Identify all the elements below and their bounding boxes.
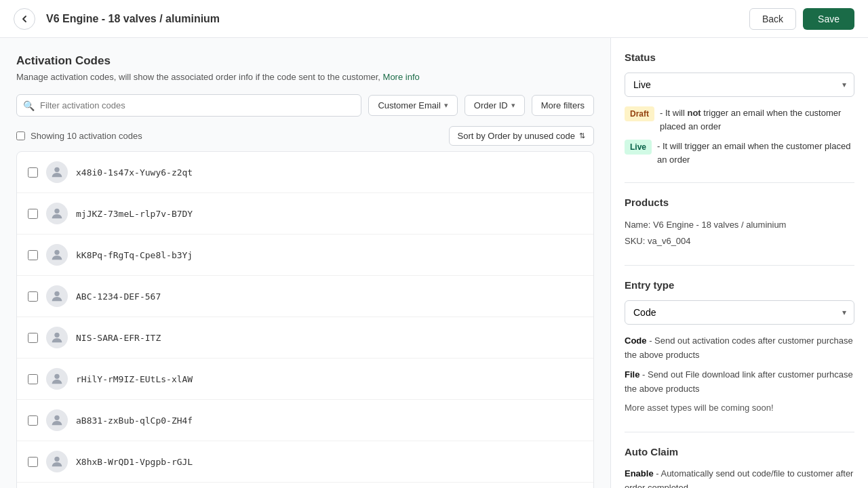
- code-list: x48i0-1s47x-Yuwy6-z2qt mjJKZ-73meL-rlp7v…: [16, 151, 594, 488]
- avatar: [46, 161, 68, 183]
- svg-point-6: [54, 415, 59, 420]
- code-checkbox[interactable]: [28, 457, 38, 467]
- status-select-wrap: Live Draft ▾: [625, 73, 854, 97]
- products-section: Products Name: V6 Engine - 18 valves / a…: [625, 197, 854, 249]
- svg-point-4: [54, 333, 59, 338]
- back-button[interactable]: Back: [749, 8, 796, 30]
- product-sku: SKU: va_v6_004: [625, 234, 854, 249]
- live-badge: Live: [625, 140, 652, 155]
- showing-label: Showing 10 activation codes: [16, 131, 142, 141]
- list-controls: Showing 10 activation codes Sort by Orde…: [16, 126, 594, 146]
- code-checkbox[interactable]: [28, 250, 38, 260]
- entry-type-select[interactable]: Code File: [625, 300, 854, 325]
- user-icon: [50, 330, 64, 345]
- product-name: Name: V6 Engine - 18 valves / aluminium: [625, 218, 854, 232]
- avatar: [46, 203, 68, 224]
- divider-3: [625, 432, 854, 432]
- chevron-down-icon: ▾: [444, 101, 448, 110]
- code-checkbox[interactable]: [28, 333, 38, 343]
- code-row: aB831-zxBub-qlCp0-ZH4f: [17, 400, 593, 441]
- back-arrow-button[interactable]: [14, 8, 35, 30]
- select-all-checkbox[interactable]: [16, 131, 25, 140]
- code-row: rHilY-rM9IZ-EUtLs-xlAW: [17, 359, 593, 400]
- entry-type-title: Entry type: [625, 279, 854, 291]
- more-info-link[interactable]: More info: [383, 72, 420, 82]
- chevron-down-icon: ▾: [511, 101, 515, 110]
- user-icon: [50, 206, 64, 221]
- user-icon: [50, 454, 64, 469]
- code-row: x48i0-1s47x-Yuwy6-z2qt: [17, 152, 593, 193]
- svg-point-2: [54, 250, 59, 255]
- live-description: - It will trigger an email when the cust…: [657, 140, 854, 166]
- svg-point-5: [54, 374, 59, 379]
- divider-2: [625, 265, 854, 266]
- live-status-row: Live - It will trigger an email when the…: [625, 140, 854, 166]
- sort-button[interactable]: Sort by Order by unused code ⇅: [449, 126, 594, 146]
- auto-claim-title: Auto Claim: [625, 446, 854, 458]
- avatar: [46, 451, 68, 472]
- activation-code: ABC-1234-DEF-567: [76, 291, 161, 302]
- auto-claim-desc-text: Enable - Automatically send out code/fil…: [625, 467, 854, 488]
- user-icon: [50, 371, 64, 386]
- draft-status-row: Draft - It will not trigger an email whe…: [625, 106, 854, 133]
- arrow-left-icon: [19, 14, 30, 24]
- auto-claim-section: Auto Claim Enable - Automatically send o…: [625, 446, 854, 488]
- entry-type-section: Entry type Code File ▾ Code - Send out a…: [625, 279, 854, 415]
- activation-code: rHilY-rM9IZ-EUtLs-xlAW: [76, 374, 193, 384]
- code-entry-desc: Code - Send out activation codes after c…: [625, 334, 854, 363]
- user-icon: [50, 165, 64, 180]
- code-checkbox[interactable]: [28, 291, 38, 302]
- activation-code: x48i0-1s47x-Yuwy6-z2qt: [76, 167, 193, 178]
- auto-claim-description: Enable - Automatically send out code/fil…: [625, 467, 854, 488]
- customer-email-filter-button[interactable]: Customer Email ▾: [368, 95, 457, 116]
- code-checkbox[interactable]: [28, 415, 38, 426]
- draft-badge: Draft: [625, 106, 654, 121]
- entry-type-description: Code - Send out activation codes after c…: [625, 334, 854, 415]
- activation-code: mjJKZ-73meL-rlp7v-B7DY: [76, 209, 193, 219]
- status-info: Draft - It will not trigger an email whe…: [625, 106, 854, 166]
- page-title: V6 Engine - 18 valves / aluminium: [46, 13, 738, 25]
- divider: [625, 182, 854, 183]
- status-section: Status Live Draft ▾ Draft - It will not …: [625, 52, 854, 166]
- products-title: Products: [625, 197, 854, 208]
- search-input[interactable]: [16, 94, 361, 117]
- code-row: mjJKZ-73meL-rlp7v-B7DY: [17, 193, 593, 235]
- avatar: [46, 327, 68, 348]
- top-bar-actions: Back Save: [749, 8, 854, 30]
- top-bar: V6 Engine - 18 valves / aluminium Back S…: [0, 0, 868, 38]
- filters-row: 🔍 Customer Email ▾ Order ID ▾ More filte…: [16, 94, 594, 117]
- svg-point-0: [54, 167, 59, 172]
- search-wrap: 🔍: [16, 94, 361, 117]
- entry-type-select-wrap: Code File ▾: [625, 300, 854, 325]
- user-icon: [50, 413, 64, 428]
- code-row: ABC-1234-DEF-567: [17, 276, 593, 317]
- code-row: kK8Pq-fRgTq-Cpe8l-b3Yj: [17, 235, 593, 276]
- svg-point-7: [54, 457, 59, 462]
- coming-soon-label: More asset types will be coming soon!: [625, 401, 854, 415]
- more-filters-button[interactable]: More filters: [532, 95, 594, 116]
- file-entry-desc: File - Send out File download link after…: [625, 368, 854, 396]
- code-checkbox[interactable]: [28, 209, 38, 219]
- right-panel: Status Live Draft ▾ Draft - It will not …: [610, 38, 868, 488]
- code-checkbox[interactable]: [28, 374, 38, 384]
- order-id-filter-button[interactable]: Order ID ▾: [465, 95, 525, 116]
- product-info: Name: V6 Engine - 18 valves / aluminium …: [625, 218, 854, 249]
- main-layout: Activation Codes Manage activation codes…: [0, 38, 868, 488]
- avatar: [46, 368, 68, 390]
- activation-code: NIS-SARA-EFR-ITZ: [76, 333, 161, 343]
- avatar: [46, 285, 68, 307]
- activation-code: aB831-zxBub-qlCp0-ZH4f: [76, 415, 193, 426]
- svg-point-3: [54, 291, 59, 296]
- svg-point-1: [54, 209, 59, 214]
- avatar: [46, 409, 68, 431]
- code-checkbox[interactable]: [28, 167, 38, 178]
- save-button[interactable]: Save: [803, 8, 854, 30]
- status-select[interactable]: Live Draft: [625, 73, 854, 97]
- avatar: [46, 244, 68, 266]
- left-panel: Activation Codes Manage activation codes…: [0, 38, 610, 488]
- activation-code: X8hxB-WrQD1-Vpgpb-rGJL: [76, 457, 193, 467]
- draft-description: - It will not trigger an email when the …: [660, 106, 854, 133]
- code-row: NIS-SARA-EFR-ITZ: [17, 317, 593, 359]
- activation-code: kK8Pq-fRgTq-Cpe8l-b3Yj: [76, 250, 193, 260]
- section-title: Activation Codes: [16, 54, 594, 68]
